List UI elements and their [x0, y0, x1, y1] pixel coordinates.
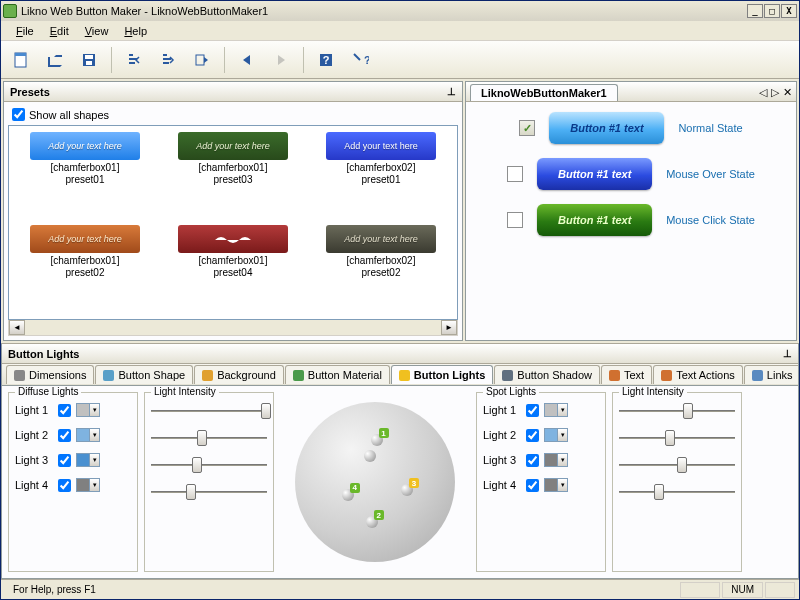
state-checkbox[interactable] [507, 166, 523, 182]
light-row: Light 2▾ [15, 428, 131, 442]
preset-scrollbar[interactable]: ◄► [8, 320, 458, 336]
preset-item[interactable]: Add your text here[chamferbox02]preset02 [311, 225, 451, 314]
preset-item[interactable]: [chamferbox01]preset04 [163, 225, 303, 314]
state-row: ✓Button #1 textNormal State [476, 112, 786, 144]
whats-this-button[interactable]: ? [346, 46, 374, 74]
tool-b[interactable] [154, 46, 182, 74]
light-color-swatch[interactable]: ▾ [544, 453, 568, 467]
tab-links[interactable]: Links [744, 365, 798, 384]
intensity-slider[interactable] [151, 403, 267, 419]
preset-item[interactable]: Add your text here[chamferbox01]preset02 [15, 225, 155, 314]
tool-c[interactable] [188, 46, 216, 74]
document-body: ✓Button #1 textNormal StateButton #1 tex… [466, 102, 796, 340]
tab-icon [103, 370, 114, 381]
tab-text-actions[interactable]: Text Actions [653, 365, 743, 384]
tab-button-shadow[interactable]: Button Shadow [494, 365, 600, 384]
light-color-swatch[interactable]: ▾ [76, 403, 100, 417]
intensity-slider[interactable] [619, 484, 735, 500]
light-color-swatch[interactable]: ▾ [544, 428, 568, 442]
preset-item[interactable]: Add your text here[chamferbox02]preset01 [311, 132, 451, 221]
properties-tabs: DimensionsButton ShapeBackgroundButton M… [2, 364, 798, 386]
light-enable-checkbox[interactable] [526, 404, 539, 417]
state-label: Mouse Click State [666, 214, 755, 226]
intensity-slider[interactable] [619, 430, 735, 446]
menubar: File Edit View Help [1, 21, 799, 41]
document-panel: LiknoWebButtonMaker1 ◁ ▷ ✕ ✓Button #1 te… [465, 81, 797, 341]
light-color-swatch[interactable]: ▾ [76, 478, 100, 492]
light-row: Light 3▾ [15, 453, 131, 467]
minimize-button[interactable]: _ [747, 4, 763, 18]
state-checkbox[interactable]: ✓ [519, 120, 535, 136]
tab-icon [202, 370, 213, 381]
show-all-shapes-checkbox[interactable]: Show all shapes [8, 106, 458, 123]
spot-lights-group: Spot Lights Light 1▾Light 2▾Light 3▾Ligh… [476, 392, 606, 572]
back-button[interactable] [233, 46, 261, 74]
tool-a[interactable] [120, 46, 148, 74]
spot-intensity-group: Light Intensity [612, 392, 742, 572]
slider-row [151, 457, 267, 473]
light-enable-checkbox[interactable] [526, 454, 539, 467]
menu-edit[interactable]: Edit [43, 23, 76, 39]
tab-prev-icon[interactable]: ◁ [759, 86, 767, 99]
pin-icon[interactable]: ⊥ [447, 86, 456, 97]
light-enable-checkbox[interactable] [58, 479, 71, 492]
intensity-slider[interactable] [619, 457, 735, 473]
svg-text:?: ? [323, 54, 330, 66]
menu-view[interactable]: View [78, 23, 116, 39]
tab-text[interactable]: Text [601, 365, 652, 384]
svg-text:?: ? [364, 54, 369, 66]
help-topics-button[interactable]: ? [312, 46, 340, 74]
preset-item[interactable]: Add your text here[chamferbox01]preset03 [163, 132, 303, 221]
tab-button-lights[interactable]: Button Lights [391, 365, 493, 384]
status-help: For Help, press F1 [5, 582, 678, 598]
app-icon [3, 4, 17, 18]
toolbar: ? ? [1, 41, 799, 79]
light-enable-checkbox[interactable] [526, 479, 539, 492]
close-button[interactable]: X [781, 4, 797, 18]
state-preview-button[interactable]: Button #1 text [537, 204, 652, 236]
button-lights-panel: Button Lights⊥ DimensionsButton ShapeBac… [1, 343, 799, 579]
intensity-slider[interactable] [151, 430, 267, 446]
state-checkbox[interactable] [507, 212, 523, 228]
tab-close-icon[interactable]: ✕ [783, 86, 792, 99]
maximize-button[interactable]: □ [764, 4, 780, 18]
light-color-swatch[interactable]: ▾ [544, 403, 568, 417]
light-node[interactable]: 2 [363, 513, 381, 531]
tab-dimensions[interactable]: Dimensions [6, 365, 94, 384]
menu-file[interactable]: File [9, 23, 41, 39]
light-enable-checkbox[interactable] [58, 404, 71, 417]
light-enable-checkbox[interactable] [58, 454, 71, 467]
new-button[interactable] [7, 46, 35, 74]
state-preview-button[interactable]: Button #1 text [537, 158, 652, 190]
state-label: Mouse Over State [666, 168, 755, 180]
light-color-swatch[interactable]: ▾ [544, 478, 568, 492]
pin-icon[interactable]: ⊥ [783, 348, 792, 359]
tab-icon [14, 370, 25, 381]
light-node[interactable]: 3 [398, 481, 416, 499]
intensity-slider[interactable] [151, 484, 267, 500]
light-row: Light 4▾ [483, 478, 599, 492]
menu-help[interactable]: Help [117, 23, 154, 39]
light-node[interactable] [361, 447, 379, 465]
tab-button-material[interactable]: Button Material [285, 365, 390, 384]
light-color-swatch[interactable]: ▾ [76, 453, 100, 467]
state-preview-button[interactable]: Button #1 text [549, 112, 664, 144]
intensity-slider[interactable] [619, 403, 735, 419]
light-node[interactable]: 4 [339, 486, 357, 504]
titlebar[interactable]: Likno Web Button Maker - LiknoWebButtonM… [1, 1, 799, 21]
light-enable-checkbox[interactable] [526, 429, 539, 442]
open-button[interactable] [41, 46, 69, 74]
tab-button-shape[interactable]: Button Shape [95, 365, 193, 384]
preset-item[interactable]: Add your text here[chamferbox01]preset01 [15, 132, 155, 221]
window-title: Likno Web Button Maker - LiknoWebButtonM… [21, 5, 747, 17]
tab-background[interactable]: Background [194, 365, 284, 384]
tab-next-icon[interactable]: ▷ [771, 86, 779, 99]
light-color-swatch[interactable]: ▾ [76, 428, 100, 442]
save-button[interactable] [75, 46, 103, 74]
document-tab[interactable]: LiknoWebButtonMaker1 [470, 84, 618, 101]
forward-button[interactable] [267, 46, 295, 74]
intensity-slider[interactable] [151, 457, 267, 473]
state-row: Button #1 textMouse Click State [476, 204, 786, 236]
light-enable-checkbox[interactable] [58, 429, 71, 442]
light-sphere[interactable]: 1342 [295, 402, 455, 562]
